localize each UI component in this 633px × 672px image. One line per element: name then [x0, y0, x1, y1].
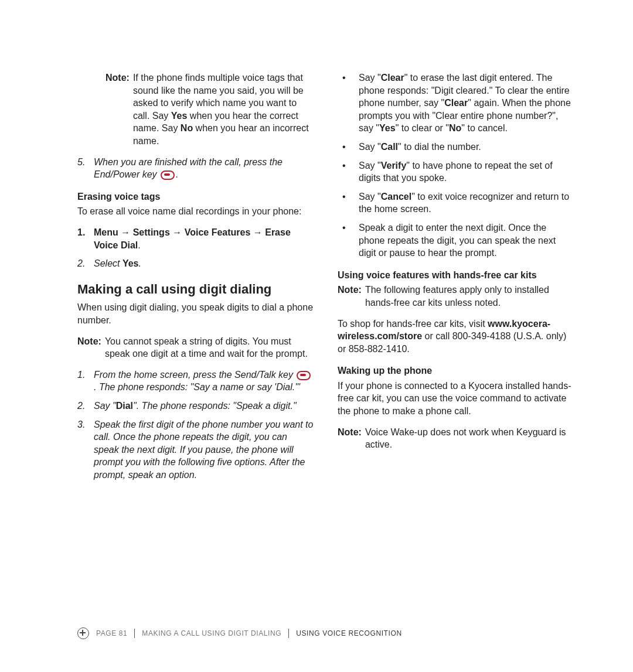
note-label: Note:	[338, 284, 362, 309]
note-multiple-voice-tags: Note: If the phone finds multiple voice …	[77, 71, 314, 148]
footer-logo-icon	[77, 627, 89, 639]
note-voice-wakeup: Note: Voice Wake-up does not work when K…	[338, 426, 574, 451]
note-text: You cannot speak a string of digits. You…	[105, 335, 314, 360]
step-5-list: 5. When you are finished with the call, …	[77, 156, 314, 181]
bullet-icon: •	[338, 159, 359, 185]
heading-waking-phone: Waking up the phone	[338, 364, 574, 377]
left-column: Note: If the phone finds multiple voice …	[77, 71, 314, 490]
heading-digit-dialing: Making a call using digit dialing	[77, 281, 314, 298]
document-page: Note: If the phone finds multiple voice …	[0, 0, 633, 672]
waking-text: If your phone is connected to a Kyocera …	[338, 380, 574, 418]
digit-intro: When using digit dialing, you speak digi…	[77, 301, 314, 326]
option-speak-digit: • Speak a digit to enter the next digit.…	[338, 221, 574, 260]
send-talk-key-icon	[297, 371, 311, 380]
option-text: Say "Call" to dial the number.	[359, 141, 574, 153]
note-label: Note:	[106, 71, 130, 148]
step-text: Select Yes.	[94, 257, 314, 270]
footer-page-number: PAGE 81	[96, 629, 127, 638]
note-label: Note:	[77, 335, 101, 360]
option-verify: • Say "Verify" to have phone to repeat t…	[338, 159, 574, 185]
digit-steps: 1. From the home screen, press the Send/…	[77, 369, 314, 482]
option-text: Say "Verify" to have phone to repeat the…	[359, 159, 574, 185]
digit-options-list: • Say "Clear" to erase the last digit en…	[338, 71, 574, 260]
note-text: If the phone finds multiple voice tags t…	[133, 71, 314, 148]
step-number: 5.	[77, 156, 94, 181]
option-cancel: • Say "Cancel" to exit voice recognizer …	[338, 190, 574, 216]
footer-crumb-1: MAKING A CALL USING DIGIT DIALING	[142, 629, 281, 638]
step-number: 1.	[77, 226, 94, 251]
step-text: Menu → Settings → Voice Features → Erase…	[94, 226, 314, 251]
page-footer: PAGE 81 MAKING A CALL USING DIGIT DIALIN…	[77, 627, 402, 639]
bullet-icon: •	[338, 141, 359, 153]
option-clear: • Say "Clear" to erase the last digit en…	[338, 71, 574, 135]
erase-steps: 1. Menu → Settings → Voice Features → Er…	[77, 226, 314, 270]
footer-crumb-2: USING VOICE RECOGNITION	[296, 629, 401, 638]
note-label: Note:	[338, 426, 362, 451]
erase-step-1: 1. Menu → Settings → Voice Features → Er…	[77, 226, 314, 251]
step-text: Say "Dial". The phone responds: "Speak a…	[94, 400, 314, 412]
step-5: 5. When you are finished with the call, …	[77, 156, 314, 181]
step-number: 3.	[77, 418, 94, 482]
step-number: 2.	[77, 400, 94, 412]
heading-handsfree: Using voice features with hands-free car…	[338, 269, 574, 282]
bullet-icon: •	[338, 71, 359, 135]
erase-step-2: 2. Select Yes.	[77, 257, 314, 270]
step-number: 2.	[77, 257, 94, 270]
bullet-icon: •	[338, 190, 359, 216]
step-text: Speak the first digit of the phone numbe…	[94, 418, 314, 482]
option-text: Say "Cancel" to exit voice recognizer an…	[359, 190, 574, 216]
end-power-key-icon	[161, 170, 175, 180]
two-column-layout: Note: If the phone finds multiple voice …	[77, 71, 574, 490]
option-text: Speak a digit to enter the next digit. O…	[359, 221, 574, 260]
note-cannot-speak-string: Note: You cannot speak a string of digit…	[77, 335, 314, 360]
heading-erasing-voice-tags: Erasing voice tags	[77, 190, 314, 203]
shop-handsfree: To shop for hands-free car kits, visit w…	[338, 318, 574, 356]
footer-separator	[288, 629, 289, 638]
step-text: From the home screen, press the Send/Tal…	[94, 369, 314, 394]
bullet-icon: •	[338, 221, 359, 260]
step-text: When you are finished with the call, pre…	[94, 156, 314, 181]
note-handsfree: Note: The following features apply only …	[338, 284, 574, 309]
option-text: Say "Clear" to erase the last digit ente…	[359, 71, 574, 135]
note-text: The following features apply only to ins…	[365, 284, 574, 309]
footer-separator	[134, 629, 135, 638]
option-call: • Say "Call" to dial the number.	[338, 141, 574, 153]
note-text: Voice Wake-up does not work when Keyguar…	[365, 426, 574, 451]
digit-step-3: 3. Speak the first digit of the phone nu…	[77, 418, 314, 482]
digit-step-2: 2. Say "Dial". The phone responds: "Spea…	[77, 400, 314, 412]
step-number: 1.	[77, 369, 94, 394]
right-column: • Say "Clear" to erase the last digit en…	[338, 71, 574, 490]
erasing-intro: To erase all voice name dial recordings …	[77, 205, 314, 218]
digit-step-1: 1. From the home screen, press the Send/…	[77, 369, 314, 394]
